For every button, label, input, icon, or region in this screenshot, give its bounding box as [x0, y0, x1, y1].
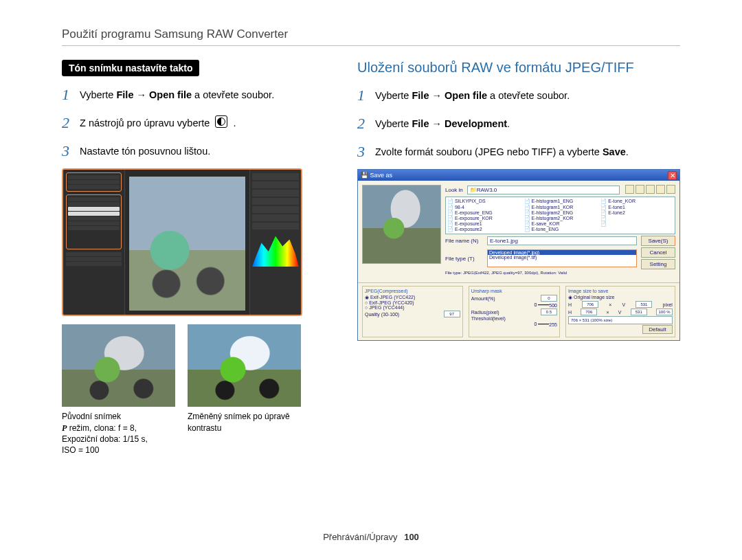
- radio-exif420[interactable]: Exif-JPEG (YCC420): [365, 300, 460, 305]
- page-number: 100: [404, 532, 419, 542]
- unsharp-label: Unsharp mask: [471, 289, 557, 293]
- amount-value[interactable]: 0: [541, 295, 557, 302]
- list-item[interactable]: E-tone2: [600, 210, 673, 216]
- slider-max: 255: [549, 322, 557, 327]
- slider-max: 500: [549, 303, 557, 308]
- default-button[interactable]: Default: [642, 325, 673, 334]
- h-label: H: [568, 310, 572, 315]
- menu-file: File: [116, 89, 133, 100]
- filename-label: File name (N): [445, 238, 483, 244]
- list-item[interactable]: E-tone1: [600, 205, 673, 210]
- pct-value[interactable]: 100 %: [656, 309, 673, 315]
- close-icon[interactable]: ✕: [668, 171, 677, 180]
- left-column: Tón snímku nastavíte takto 1 Vyberte Fil…: [62, 60, 330, 532]
- lookin-combo[interactable]: 📁 RAW3.0: [467, 186, 620, 194]
- list-item[interactable]: E-save_KOR: [524, 221, 597, 227]
- radio-orig-size[interactable]: Original image size: [568, 295, 673, 300]
- list-item[interactable]: E-tone_ENG: [524, 227, 597, 232]
- text: Nastavte tón posuvnou lištou.: [80, 144, 210, 158]
- list-item[interactable]: E-histogram2_KOR: [524, 216, 597, 221]
- caption-line: kontrastu: [188, 423, 301, 434]
- text: .: [626, 146, 629, 157]
- size-label: Image size to save: [568, 289, 673, 293]
- filetype-label: File type (T): [445, 256, 483, 262]
- left-steps: 1 Vyberte File → Open file a otevřete so…: [62, 85, 330, 161]
- text: Vyberte: [375, 90, 412, 101]
- threshold-label: Threshold(level): [471, 316, 506, 321]
- list-item[interactable]: E-exposure_ENG: [447, 210, 520, 216]
- text: Zvolte formát souboru (JPEG nebo TIFF) a…: [375, 146, 603, 157]
- footer-label: Přehrávání/Úpravy: [323, 532, 397, 542]
- filetype-selected[interactable]: Developed image(*.jpg): [488, 250, 636, 255]
- right-step-1: 1 Vyberte File → Open file a otevřete so…: [357, 85, 680, 107]
- list-item[interactable]: E-exposure_KOR: [447, 216, 520, 221]
- quality-value[interactable]: 97: [444, 311, 460, 317]
- jpeg-subline: File type: JPEG(Exif422, JPEG quality=97…: [445, 271, 675, 275]
- filetype-alt[interactable]: Developed image(*.tif): [488, 255, 636, 260]
- left-step-3: 3 Nastavte tón posuvnou lištou.: [62, 141, 330, 162]
- arrow: →: [429, 118, 445, 129]
- jpeg-group-label: JPEG(Compressed): [365, 289, 460, 293]
- h-value[interactable]: 706: [582, 301, 598, 308]
- contrast-tool-icon: [215, 115, 227, 128]
- arrow: →: [133, 89, 149, 100]
- arrow: →: [429, 90, 445, 101]
- radio-jpeg444[interactable]: JPEG (YCC444): [365, 305, 460, 310]
- left-step-2: 2 Z nástrojů pro úpravu vyberte .: [62, 113, 330, 134]
- file-list[interactable]: SILKYPIX_DS E-histogram1_ENG E-tone_KOR …: [445, 197, 675, 234]
- list-item[interactable]: E-exposure1: [447, 221, 520, 227]
- list-item[interactable]: [600, 216, 673, 221]
- step-number: 3: [62, 141, 80, 162]
- filename-field[interactable]: E-tone1.jpg: [487, 236, 637, 245]
- size-combo[interactable]: 706 × 531 (100% size): [568, 316, 673, 324]
- radius-label: Radius(pixel): [471, 310, 499, 315]
- list-item[interactable]: E-histogram1_KOR: [524, 205, 597, 210]
- list-item[interactable]: [600, 221, 673, 227]
- page-footer: Přehrávání/Úpravy 100: [62, 532, 680, 546]
- tone-heading-pill: Tón snímku nastavíte takto: [62, 60, 199, 76]
- right-steps: 1 Vyberte File → Open file a otevřete so…: [357, 85, 680, 162]
- pixel-label: pixel: [663, 302, 673, 307]
- dialog-title: Save as: [370, 172, 393, 179]
- right-step-2: 2 Vyberte File → Development.: [357, 113, 680, 135]
- step-number: 1: [357, 85, 375, 107]
- thumb-image: [188, 324, 301, 407]
- thumb-image: [62, 324, 175, 407]
- filetype-field[interactable]: Developed image(*.jpg) Developed image(*…: [487, 249, 637, 267]
- radio-exif422[interactable]: Exif-JPEG (YCC422): [365, 295, 460, 300]
- save-button[interactable]: Save(S): [641, 236, 675, 246]
- quality-label: Quality (30-100): [365, 312, 399, 317]
- menu-file: File: [412, 118, 429, 129]
- menu-development: Development: [445, 118, 507, 129]
- caption-line: Původní snímek: [62, 411, 175, 422]
- list-item[interactable]: SILKYPIX_DS: [447, 199, 520, 204]
- setting-button[interactable]: Setting: [641, 259, 675, 269]
- v-value[interactable]: 531: [631, 309, 647, 315]
- radius-value[interactable]: 0.5: [541, 309, 557, 315]
- text: .: [233, 117, 236, 128]
- v-label: V: [618, 310, 622, 315]
- text: Vyberte: [80, 89, 116, 100]
- menu-openfile: Open file: [149, 89, 192, 100]
- filename-value: E-tone1.jpg: [490, 238, 518, 244]
- dialog-toolbar-icons[interactable]: [624, 185, 675, 195]
- save-dialog-screenshot: 💾 Save as ✕ Look in 📁 RAW3.0 SILKYPIX_DS: [357, 169, 680, 341]
- text: a otevřete soubor.: [192, 89, 274, 100]
- h-label: H: [568, 302, 572, 307]
- lookin-value: RAW3.0: [477, 187, 497, 193]
- list-item[interactable]: E-exposure2: [447, 227, 520, 232]
- section-title: Použití programu Samsung RAW Converter: [62, 27, 680, 46]
- step-number: 2: [62, 113, 80, 134]
- h-value[interactable]: 706: [581, 309, 597, 315]
- text: Vyberte: [375, 118, 412, 129]
- list-item[interactable]: E-tone_KOR: [600, 199, 673, 204]
- cancel-button[interactable]: Cancel: [641, 247, 675, 258]
- list-item[interactable]: E-histogram1_ENG: [524, 199, 597, 204]
- v-value[interactable]: 531: [636, 301, 652, 308]
- list-item[interactable]: 98-4: [447, 205, 520, 210]
- list-item[interactable]: E-histogram2_ENG: [524, 210, 597, 216]
- save-bold: Save: [603, 146, 626, 157]
- text: a otevřete soubor.: [487, 90, 570, 101]
- dialog-title-icon: 💾 Save as: [361, 172, 392, 179]
- step-number: 1: [62, 85, 80, 106]
